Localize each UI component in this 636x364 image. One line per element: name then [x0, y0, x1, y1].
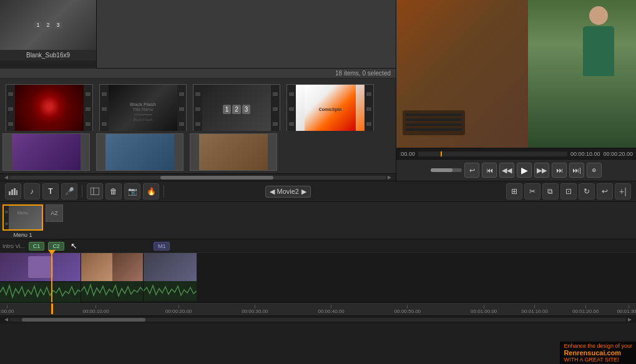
prev-chapter-button[interactable]: ⏮	[482, 163, 497, 178]
partial-item-2[interactable]	[187, 131, 281, 173]
watermark-site: Renrensucai.com	[564, 349, 632, 357]
playhead-head	[48, 250, 56, 255]
playhead	[51, 253, 52, 302]
timeline-scroll-track[interactable]	[9, 318, 627, 322]
timeline-scroll-thumb[interactable]	[22, 318, 145, 322]
media-item-1[interactable]: Black Flash Title Name Black Flash ★★★★★…	[97, 82, 190, 131]
scroll-thumb[interactable]	[160, 176, 273, 180]
timeline-ruler: :00.00 00:00:10.00 00:00:20.00 00:00:30.…	[0, 303, 636, 315]
next-chapter-button[interactable]: ⏭	[552, 163, 567, 178]
chapter-c2[interactable]: C2	[48, 242, 64, 251]
status-text: 18 items, 0 selected	[335, 70, 391, 77]
prev-movie-arrow[interactable]: ◀	[270, 188, 275, 196]
chapter-c1[interactable]: C1	[29, 242, 45, 251]
volume-fill	[431, 168, 453, 172]
partial-thumb-1	[96, 133, 183, 171]
media-scrollbar[interactable]: ◀ ▶	[0, 173, 396, 181]
camera-button[interactable]: 📷	[124, 183, 140, 199]
ruler-tick-3: 00:00:30.00	[242, 309, 268, 314]
clip-3-audio	[144, 281, 197, 301]
scene-button[interactable]	[87, 183, 103, 199]
media-content-2: 123	[202, 85, 271, 131]
top-spacer	[97, 0, 396, 68]
partial-item-0[interactable]	[0, 131, 94, 173]
svg-rect-2	[14, 188, 16, 195]
preview-panel: :00.00 00:00:10.00 00:00:20.00 ↩ ⏮ ◀◀ ▶ …	[396, 0, 636, 181]
menu-1-block[interactable]: Menu Menu 1	[2, 204, 43, 238]
next-movie-arrow[interactable]: ▶	[301, 188, 306, 196]
media-item-0[interactable]: ★★★★★ AbstractFruit sub ...	[3, 82, 97, 131]
partial-item-1[interactable]	[94, 131, 187, 173]
add-button[interactable]: +|	[615, 183, 631, 199]
rewind-button[interactable]: ↩	[464, 163, 479, 178]
expand-button[interactable]: ⊞	[506, 183, 522, 199]
badge-2: 2	[44, 21, 52, 29]
partial-thumb-2	[190, 133, 277, 171]
ruler-tick-0: :00.00	[0, 309, 14, 314]
media-browser-top: 1 2 3 Blank_Sub16x9	[0, 0, 396, 69]
timeline-scroll-right[interactable]: ▶	[627, 317, 633, 322]
clip-1-audio	[0, 282, 81, 302]
sep-2	[164, 185, 164, 198]
ruler-tick-6: 00:01:00.00	[471, 309, 497, 314]
az-button[interactable]: AZ	[46, 204, 63, 222]
effect-button[interactable]: 🔥	[143, 183, 159, 199]
transport-bar: ↩ ⏮ ◀◀ ▶ ▶▶ ⏭ ⏭| ⊕	[396, 159, 636, 181]
ruler-tick-9: 00:01:30.0	[617, 309, 636, 314]
text-button[interactable]: T	[42, 183, 59, 199]
delete-button[interactable]: 🗑	[105, 183, 122, 199]
preview-time-mid: 00:00:10.00	[570, 151, 600, 157]
media-thumb-3: ComicSpin	[286, 84, 374, 131]
prev-frame-button[interactable]: ◀◀	[499, 163, 514, 178]
watermark: Enhance the design of your Renrensucai.c…	[560, 342, 636, 364]
mic-button[interactable]: 🎤	[61, 183, 77, 199]
media-browser: 1 2 3 Blank_Sub16x9 18 items, 0 selected	[0, 0, 396, 181]
scroll-left-arrow[interactable]: ◀	[3, 175, 9, 180]
scroll-track[interactable]	[9, 176, 386, 180]
partial-thumb-0	[2, 133, 90, 171]
rotate-button[interactable]: ↻	[579, 183, 595, 199]
video-clip-3[interactable]	[144, 253, 197, 302]
media-thumb-0	[6, 84, 93, 131]
undo-button[interactable]: ↩	[597, 183, 613, 199]
video-clip-2[interactable]	[81, 253, 144, 302]
sep-1	[82, 185, 82, 198]
preview-ruler	[418, 151, 567, 156]
movie-name: Movie2	[277, 188, 299, 195]
extra-button[interactable]: ⊕	[587, 163, 602, 178]
clip-2-audio	[81, 281, 144, 301]
movie-selector[interactable]: ◀ Movie2 ▶	[265, 186, 311, 198]
media-content-3: ComicSpin	[296, 85, 364, 131]
top-thumbnail[interactable]: 1 2 3 Blank_Sub16x9	[0, 0, 97, 69]
media-item-3[interactable]: ComicSpin ★★★★★ ComicSpin main 1...	[284, 82, 378, 131]
video-clip-1[interactable]	[0, 253, 81, 302]
stats-button[interactable]	[5, 183, 21, 199]
status-bar: 18 items, 0 selected	[0, 69, 396, 79]
ruler-tick-4: 00:00:40.00	[318, 309, 345, 314]
copy-button[interactable]: ⧉	[542, 183, 559, 199]
cursor-icon: ↖	[71, 241, 77, 251]
badge-3: 3	[54, 21, 62, 29]
scroll-right-arrow[interactable]: ▶	[386, 175, 393, 180]
right-tools: ⊞ ✂ ⧉ ⊡ ↻ ↩ +|	[506, 183, 631, 199]
ruler-tick-2: 00:00:20.00	[165, 309, 192, 314]
media-item-2[interactable]: 123 ★★★★★ Black Flash sub 1...	[190, 82, 284, 131]
paste-button[interactable]: ⊡	[560, 183, 577, 199]
app-container: 1 2 3 Blank_Sub16x9 18 items, 0 selected	[0, 0, 636, 364]
bottom-scrollbar[interactable]: ◀ ▶	[0, 315, 636, 323]
volume-control[interactable]	[431, 168, 462, 172]
svg-rect-0	[9, 191, 11, 195]
media-thumb-1: Black Flash Title Name Black Flash	[99, 84, 187, 131]
end-button[interactable]: ⏭|	[569, 163, 584, 178]
menu-marker-m1[interactable]: M1	[154, 242, 170, 251]
timeline-scroll-left[interactable]: ◀	[3, 317, 9, 322]
svg-rect-3	[16, 190, 17, 195]
next-frame-button[interactable]: ▶▶	[534, 163, 549, 178]
preview-video	[396, 0, 636, 148]
cut-button[interactable]: ✂	[524, 183, 541, 199]
play-button[interactable]: ▶	[517, 163, 532, 178]
media-content-1: Black Flash Title Name Black Flash	[109, 85, 177, 131]
music-button[interactable]: ♪	[24, 183, 40, 199]
top-thumb-label: Blank_Sub16x9	[0, 50, 96, 60]
intro-row: Intro Vi... C1 C2 ↖ M1	[0, 239, 636, 253]
